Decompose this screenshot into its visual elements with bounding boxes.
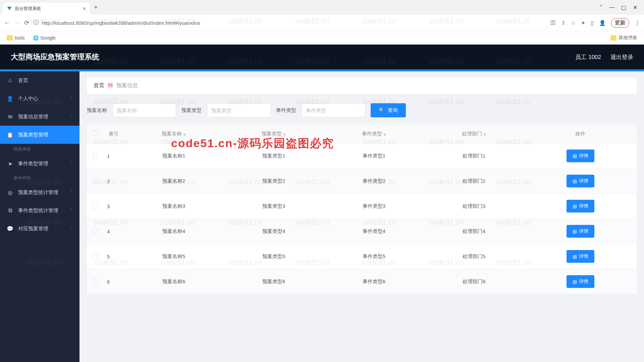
- chevron-down-icon[interactable]: ˅: [600, 4, 602, 11]
- checkbox[interactable]: [93, 178, 98, 183]
- new-tab-button[interactable]: +: [94, 4, 98, 11]
- cell-index: 4: [104, 219, 124, 244]
- share-icon[interactable]: ⇪: [561, 20, 566, 26]
- sidebar-item-match-plan[interactable]: 💬对应预案管理˅: [0, 220, 79, 238]
- checkbox[interactable]: [93, 153, 98, 158]
- kebab-menu-icon[interactable]: ⋮: [635, 20, 640, 26]
- bookmark-google[interactable]: 🌐Google: [33, 35, 56, 41]
- sidebar-item-event-type[interactable]: ➤事件类型管理˅: [0, 155, 79, 173]
- folder-icon: [610, 35, 616, 41]
- close-icon[interactable]: ×: [83, 6, 86, 12]
- reload-button[interactable]: ⟳: [24, 19, 29, 26]
- nav-bar: ← → ⟳ ⓘ http://localhost:8080/springboot…: [0, 15, 644, 31]
- sidebar-item-event-stats[interactable]: ⧉事件类型统计管理˅: [0, 201, 79, 220]
- select-all-header[interactable]: [87, 125, 104, 143]
- row-checkbox[interactable]: [87, 269, 104, 294]
- detail-button[interactable]: ▤详情: [567, 175, 594, 187]
- detail-button[interactable]: ▤详情: [567, 275, 594, 288]
- cell-plan-name: 预案名称1: [124, 143, 224, 169]
- sidebar-item-plan-stats[interactable]: ◎预案类型统计管理˅: [0, 183, 79, 201]
- col-plan-type[interactable]: 预案类型◆: [224, 125, 324, 143]
- bookmark-tools[interactable]: tools: [7, 35, 25, 41]
- detail-button[interactable]: ▤详情: [567, 200, 594, 213]
- key-icon[interactable]: ⚿: [550, 20, 556, 26]
- sidebar-item-plan-info[interactable]: ✉预案信息管理˅: [0, 108, 79, 126]
- vue-favicon-icon: [7, 6, 12, 11]
- sidebar-sub[interactable]: 事件类型: [0, 173, 79, 183]
- minimize-icon[interactable]: —: [609, 4, 614, 10]
- field-label: 预案类型: [181, 107, 202, 114]
- cell-event-type: 事件类型3: [324, 194, 424, 219]
- col-index: 索引: [104, 125, 124, 143]
- user-label[interactable]: 员工 1002: [575, 53, 601, 61]
- row-checkbox[interactable]: [87, 143, 104, 169]
- col-event-type[interactable]: 事件类型◆: [324, 125, 424, 143]
- checkbox[interactable]: [93, 131, 98, 136]
- forward-button[interactable]: →: [14, 19, 20, 26]
- sidebar-sub[interactable]: 预案类型: [0, 144, 79, 155]
- star-icon[interactable]: ☆: [571, 20, 576, 26]
- panel-icon[interactable]: ▯: [591, 20, 594, 26]
- cell-index: 5: [104, 244, 124, 269]
- plan-type-input[interactable]: [207, 103, 271, 117]
- event-type-input[interactable]: [302, 103, 365, 117]
- browser-tab[interactable]: 后台管理系统 ×: [3, 3, 90, 15]
- doc-icon: ▤: [573, 153, 577, 159]
- detail-button[interactable]: ▤详情: [567, 225, 594, 238]
- detail-button[interactable]: ▤详情: [567, 149, 594, 162]
- sidebar-item-label: 个人中心: [18, 96, 38, 102]
- query-button[interactable]: 🔍查询: [371, 103, 406, 117]
- table-wrap: 索引 预案名称◆ 预案类型◆ 事件类型◆ 处理部门◆ 操作 1预案名称1预案类型…: [87, 125, 637, 294]
- cell-ops: ▤详情: [524, 194, 637, 219]
- arrow-icon: ➤: [7, 161, 13, 167]
- checkbox[interactable]: [93, 253, 98, 259]
- col-dept[interactable]: 处理部门◆: [424, 125, 524, 143]
- window-close-icon[interactable]: ✕: [633, 4, 637, 11]
- table-row: 5预案名称5预案类型5事件类型5处理部门5▤详情: [87, 244, 637, 269]
- main-content: 首页 卌 预案信息 预案名称 预案类型 事件类型 🔍查询 索引 预案名称◆ 预案…: [79, 71, 644, 362]
- row-checkbox[interactable]: [87, 194, 104, 219]
- home-icon: ⌂: [7, 77, 13, 83]
- cell-plan-name: 预案名称6: [124, 269, 224, 294]
- back-button[interactable]: ←: [4, 19, 10, 26]
- sidebar-item-label: 对应预案管理: [18, 226, 48, 232]
- detail-button[interactable]: ▤详情: [567, 250, 594, 263]
- sidebar-item-plan-type[interactable]: 📋预案类型管理: [0, 126, 79, 144]
- maximize-icon[interactable]: ▢: [621, 4, 626, 11]
- sidebar-item-home[interactable]: ⌂首页: [0, 71, 79, 89]
- chat-icon: 💬: [7, 226, 13, 232]
- other-bookmarks[interactable]: 其他书签: [610, 35, 637, 41]
- breadcrumb: 首页 卌 预案信息: [87, 77, 637, 94]
- plan-name-input[interactable]: [112, 103, 176, 117]
- app-header: 大型商场应急预案管理系统 员工 1002 退出登录: [0, 45, 644, 69]
- cell-index: 2: [104, 169, 124, 194]
- breadcrumb-home[interactable]: 首页: [94, 82, 104, 89]
- data-table: 索引 预案名称◆ 预案类型◆ 事件类型◆ 处理部门◆ 操作 1预案名称1预案类型…: [87, 125, 637, 294]
- search-icon: 🔍: [379, 107, 385, 113]
- sidebar-item-profile[interactable]: 👤个人中心˅: [0, 89, 79, 108]
- cell-plan-type: 预案类型2: [224, 169, 324, 194]
- row-checkbox[interactable]: [87, 219, 104, 244]
- table-row: 3预案名称3预案类型3事件类型3处理部门3▤详情: [87, 194, 637, 219]
- table-row: 4预案名称4预案类型4事件类型4处理部门4▤详情: [87, 219, 637, 244]
- checkbox[interactable]: [93, 228, 98, 234]
- cell-plan-type: 预案类型4: [224, 219, 324, 244]
- row-checkbox[interactable]: [87, 169, 104, 194]
- field-label: 事件类型: [276, 107, 296, 114]
- address-bar[interactable]: ⓘ http://localhost:8080/springbootwk338/…: [33, 19, 546, 26]
- update-button[interactable]: 更新: [611, 18, 629, 28]
- bookmark-label: tools: [15, 35, 25, 41]
- sidebar-item-label: 事件类型统计管理: [18, 207, 58, 214]
- cell-dept: 处理部门5: [424, 244, 524, 269]
- cell-dept: 处理部门1: [424, 143, 524, 169]
- logout-button[interactable]: 退出登录: [610, 53, 633, 61]
- bookmark-label: 其他书签: [619, 35, 637, 41]
- profile-icon[interactable]: 👤: [599, 20, 606, 26]
- extensions-icon[interactable]: ✦: [581, 20, 585, 26]
- checkbox[interactable]: [93, 279, 98, 284]
- cell-dept: 处理部门4: [424, 219, 524, 244]
- site-info-icon[interactable]: ⓘ: [33, 19, 39, 26]
- col-plan-name[interactable]: 预案名称◆: [124, 125, 224, 143]
- row-checkbox[interactable]: [87, 244, 104, 269]
- checkbox[interactable]: [93, 203, 98, 208]
